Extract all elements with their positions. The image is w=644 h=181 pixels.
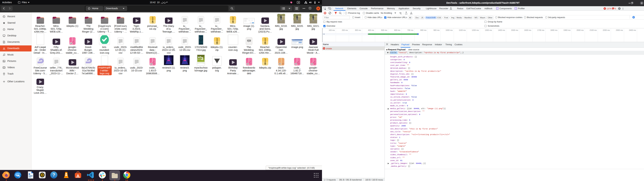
svg-text:schools: schools — [198, 58, 202, 60]
svg-text:?: ? — [52, 172, 55, 178]
svg-text:w3: w3 — [198, 56, 201, 58]
